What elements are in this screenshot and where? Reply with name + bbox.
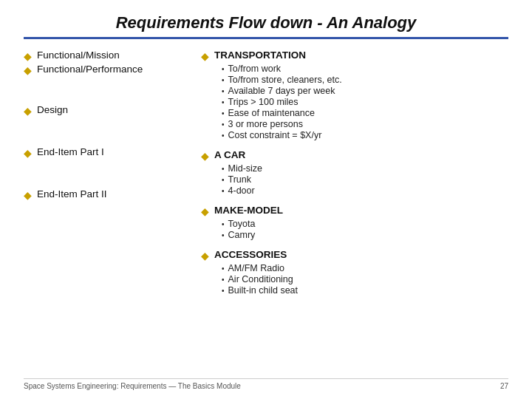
footer-left: Space Systems Engineering: Requirements … <box>24 382 241 390</box>
design-label: Design <box>37 104 68 115</box>
slide: Requirements Flow down - An Analogy ◆ Fu… <box>0 0 532 399</box>
bullet-icon: • <box>222 165 225 173</box>
functional-mission-label: Functional/Mission <box>37 50 120 61</box>
accessories-header: ◆ ACCESSORIES <box>201 249 508 262</box>
bullet-icon: • <box>222 265 225 273</box>
list-item: ◆ Design <box>24 104 194 117</box>
bullet-icon: • <box>222 120 225 129</box>
diamond-icon: ◆ <box>24 147 32 159</box>
list-item: •Ease of maintenance <box>222 108 508 118</box>
title-underline <box>24 37 508 39</box>
slide-title: Requirements Flow down - An Analogy <box>24 13 508 33</box>
transportation-section: ◆ TRANSPORTATION •To/from work •To/from … <box>201 50 508 142</box>
makemodel-bullets: •Toyota •Camry <box>222 219 508 240</box>
list-item: •Available 7 days per week <box>222 86 508 96</box>
diamond-icon: ◆ <box>201 150 209 162</box>
list-item: ◆ End-Item Part I <box>24 146 194 159</box>
makemodel-header: ◆ MAKE-MODEL <box>201 205 508 217</box>
functional-group: ◆ Functional/Mission ◆ Functional/Perfor… <box>24 50 194 78</box>
acar-section: ◆ A CAR •Mid-size •Trunk •4-door <box>201 149 508 197</box>
diamond-icon: ◆ <box>201 205 209 217</box>
list-item: ◆ End-Item Part II <box>24 188 194 201</box>
bullet-icon: • <box>222 187 225 195</box>
accessories-section: ◆ ACCESSORIES •AM/FM Radio •Air Conditio… <box>201 249 508 297</box>
transportation-title: TRANSPORTATION <box>214 50 306 61</box>
diamond-icon: ◆ <box>24 189 32 201</box>
transportation-bullets: •To/from work •To/from store, cleaners, … <box>222 64 508 140</box>
diamond-icon: ◆ <box>201 250 209 262</box>
list-item: ◆ Functional/Performance <box>24 64 194 76</box>
functional-performance-label: Functional/Performance <box>37 64 143 75</box>
bullet-icon: • <box>222 76 225 84</box>
end-item-part-i-label: End-Item Part I <box>37 146 104 157</box>
acar-title: A CAR <box>214 149 245 160</box>
accessories-title: ACCESSORIES <box>214 249 287 260</box>
bullet-icon: • <box>222 176 225 184</box>
list-item: •To/from work <box>222 64 508 74</box>
list-item: •Cost constraint = $X/yr <box>222 130 508 140</box>
list-item: •Toyota <box>222 219 508 229</box>
end-item-part-ii-label: End-Item Part II <box>37 188 107 200</box>
list-item: •Mid-size <box>222 163 508 174</box>
bullet-icon: • <box>222 231 225 239</box>
slide-footer: Space Systems Engineering: Requirements … <box>24 378 508 390</box>
footer-right: 27 <box>500 382 508 390</box>
list-item: •3 or more persons <box>222 119 508 129</box>
list-item: •Air Conditioning <box>222 274 508 284</box>
left-column: ◆ Functional/Mission ◆ Functional/Perfor… <box>24 50 201 375</box>
accessories-bullets: •AM/FM Radio •Air Conditioning •Built-in… <box>222 263 508 296</box>
list-item: •Trips > 100 miles <box>222 97 508 107</box>
bullet-icon: • <box>222 109 225 117</box>
diamond-icon: ◆ <box>24 64 32 76</box>
list-item: •4-door <box>222 185 508 196</box>
list-item: •AM/FM Radio <box>222 263 508 273</box>
bullet-icon: • <box>222 98 225 106</box>
acar-bullets: •Mid-size •Trunk •4-door <box>222 163 508 196</box>
bullet-icon: • <box>222 132 225 140</box>
content-area: ◆ Functional/Mission ◆ Functional/Perfor… <box>24 50 508 375</box>
bullet-icon: • <box>222 87 225 95</box>
list-item: •To/from store, cleaners, etc. <box>222 75 508 85</box>
list-item: •Camry <box>222 230 508 240</box>
acar-header: ◆ A CAR <box>201 149 508 162</box>
list-item: •Trunk <box>222 174 508 185</box>
list-item: ◆ Functional/Mission <box>24 50 194 62</box>
list-item: •Built-in child seat <box>222 285 508 296</box>
bullet-icon: • <box>222 65 225 73</box>
bullet-icon: • <box>222 220 225 228</box>
diamond-icon: ◆ <box>24 50 32 62</box>
makemodel-section: ◆ MAKE-MODEL •Toyota •Camry <box>201 205 508 242</box>
diamond-icon: ◆ <box>24 105 32 117</box>
bullet-icon: • <box>222 276 225 284</box>
transportation-header: ◆ TRANSPORTATION <box>201 50 508 62</box>
makemodel-title: MAKE-MODEL <box>214 205 283 216</box>
bullet-icon: • <box>222 287 225 295</box>
right-column: ◆ TRANSPORTATION •To/from work •To/from … <box>201 50 508 375</box>
diamond-icon: ◆ <box>201 50 209 62</box>
